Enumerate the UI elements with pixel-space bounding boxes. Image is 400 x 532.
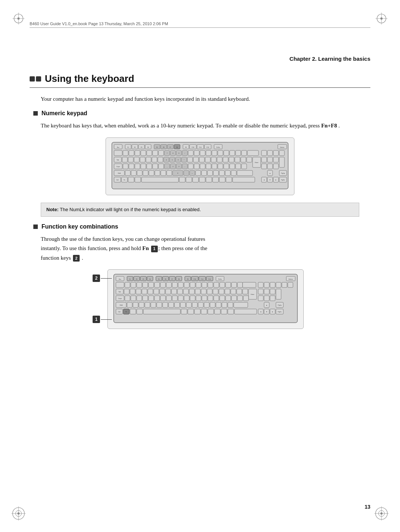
svg-text:▲: ▲ [266,304,267,306]
svg-text:F1: F1 [127,146,129,148]
fn-f8-bold: Fn+F8 [321,123,337,129]
svg-text:►: ► [275,179,277,181]
svg-rect-232 [149,282,154,287]
svg-rect-134 [206,164,211,169]
bullet-function-keys [33,225,38,229]
keyboard-svg-2-frame: Esc F1 F2 F3 F4 F5 F6 F7 [107,269,304,329]
icon-square-1 [30,76,35,82]
svg-rect-84 [134,157,139,162]
svg-rect-117 [129,164,134,169]
svg-text:◄: ◄ [260,311,261,313]
svg-text:F10: F10 [194,278,197,280]
svg-rect-318 [163,302,168,307]
svg-rect-77 [267,150,273,156]
corner-mark-br [374,506,389,521]
svg-rect-147 [131,170,136,176]
svg-rect-274 [225,289,230,294]
svg-rect-69 [212,150,217,156]
svg-rect-235 [166,282,171,287]
svg-rect-244 [220,282,225,287]
svg-rect-340 [137,309,143,314]
svg-text:Caps: Caps [116,166,120,167]
page: B460 User Guide V1.0_en.book Page 13 Thu… [0,0,400,532]
svg-rect-106 [241,157,246,162]
corner-mark-tr [374,11,389,26]
svg-rect-111 [267,157,273,162]
svg-rect-265 [171,289,177,294]
svg-text:Enter: Enter [251,293,254,295]
svg-rect-342 [181,309,187,314]
svg-rect-88 [158,157,163,162]
svg-rect-68 [206,150,211,156]
svg-text:F5: F5 [158,278,160,280]
svg-text:Shift: Shift [118,172,121,174]
section-title: Using the keyboard [45,73,134,84]
svg-rect-107 [247,157,252,162]
svg-rect-67 [200,150,205,156]
svg-text:Fn: Fn [126,311,127,313]
svg-rect-247 [237,282,243,287]
svg-text:PgDn: PgDn [281,179,285,181]
svg-rect-72 [230,150,235,156]
svg-rect-166 [231,170,236,176]
svg-text:F1: F1 [129,278,131,280]
function-keys-body: Through the use of the function keys, yo… [41,235,370,263]
svg-rect-294 [172,296,177,301]
svg-rect-49 [114,150,122,156]
svg-rect-229 [131,282,136,287]
header-bar: B460 User Guide V1.0_en.book Page 13 Thu… [30,21,370,28]
svg-rect-182 [213,177,219,182]
svg-rect-110 [261,157,267,162]
corner-mark-tl [11,11,26,26]
svg-rect-309 [270,296,275,301]
svg-rect-344 [194,309,200,314]
svg-text:Caps: Caps [118,297,121,299]
svg-rect-167 [237,170,253,176]
svg-rect-286 [125,296,130,301]
svg-rect-152 [161,170,166,176]
svg-rect-295 [178,296,183,301]
svg-rect-133 [200,164,205,169]
svg-rect-313 [133,302,138,307]
svg-rect-142 [267,164,273,169]
svg-rect-103 [223,157,228,162]
svg-rect-261 [148,289,153,294]
svg-text:F4: F4 [149,278,151,280]
svg-rect-289 [143,296,148,301]
svg-rect-281 [264,289,269,294]
svg-text:Delete: Delete [289,278,293,280]
icon-square-2 [36,76,41,82]
svg-rect-282 [270,289,275,294]
svg-rect-302 [220,296,225,301]
svg-rect-122 [159,164,164,169]
svg-rect-330 [234,302,248,307]
svg-rect-177 [179,177,185,182]
svg-text:Delete: Delete [280,146,284,148]
svg-rect-140 [241,164,247,169]
page-number: 13 [364,504,370,510]
svg-rect-98 [193,157,199,162]
svg-rect-271 [207,289,212,294]
svg-rect-293 [166,296,171,301]
svg-rect-85 [140,157,145,162]
svg-text:Tab: Tab [119,291,121,293]
svg-rect-314 [139,302,144,307]
svg-rect-253 [282,282,287,287]
svg-text:Esc: Esc [117,146,120,148]
svg-rect-121 [153,164,158,169]
svg-rect-257 [124,289,129,294]
svg-rect-178 [186,177,192,182]
svg-rect-312 [127,302,132,307]
svg-text:F8: F8 [176,146,178,148]
svg-rect-290 [149,296,154,301]
svg-rect-248 [243,282,256,287]
svg-rect-141 [261,164,267,169]
svg-rect-328 [222,302,227,307]
svg-rect-118 [135,164,140,169]
svg-rect-165 [225,170,230,176]
svg-rect-326 [210,302,215,307]
svg-rect-246 [231,282,237,287]
svg-rect-234 [160,282,166,287]
svg-rect-83 [128,157,133,162]
svg-rect-315 [145,302,150,307]
